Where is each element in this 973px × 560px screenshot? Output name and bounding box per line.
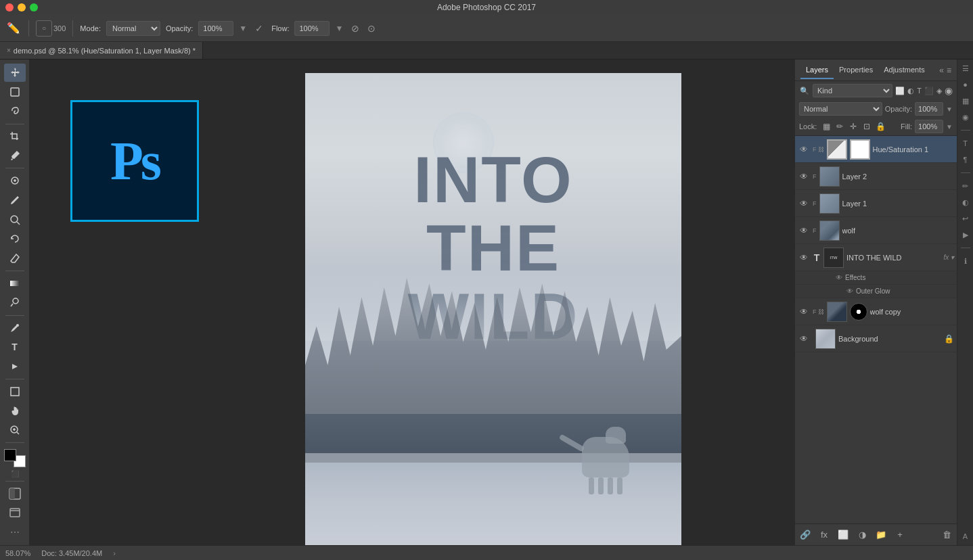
- clone-panel-icon[interactable]: ◐: [959, 196, 972, 208]
- layer-background[interactable]: 👁 Background 🔒: [795, 325, 957, 352]
- lock-transparent-icon[interactable]: ▦: [821, 121, 832, 132]
- move-tool[interactable]: [4, 64, 26, 82]
- history-icon[interactable]: ☰: [959, 62, 972, 74]
- brush-tool[interactable]: [4, 191, 26, 210]
- type-tool[interactable]: T: [4, 338, 26, 356]
- layer-visibility-bg[interactable]: 👁: [798, 333, 810, 345]
- close-button[interactable]: [5, 3, 14, 11]
- opacity-arrow[interactable]: ▼: [946, 106, 953, 113]
- layer-visibility-wolf[interactable]: 👁: [798, 225, 810, 237]
- mode-select[interactable]: Normal: [106, 21, 160, 36]
- panel-collapse-icon[interactable]: «: [939, 66, 944, 75]
- effects-eye-icon[interactable]: 👁: [836, 274, 842, 281]
- add-mask-btn[interactable]: ⬜: [836, 528, 851, 542]
- new-layer-btn[interactable]: +: [892, 528, 907, 542]
- type-panel-icon[interactable]: T: [959, 137, 972, 149]
- dodge-tool[interactable]: [4, 294, 26, 312]
- filter-smart-icon[interactable]: ◈: [936, 87, 942, 95]
- filter-shape-icon[interactable]: ⬛: [924, 87, 934, 95]
- more-tools-icon[interactable]: ⋯: [4, 523, 26, 542]
- document-tab[interactable]: × demo.psd @ 58.1% (Hue/Saturation 1, La…: [0, 42, 203, 59]
- settings-icon[interactable]: ⊙: [367, 23, 376, 34]
- more-info-arrow[interactable]: ›: [113, 549, 116, 557]
- default-colors-icon[interactable]: ⬛: [11, 470, 19, 477]
- filter-type-icon[interactable]: T: [917, 87, 922, 95]
- path-selection-tool[interactable]: [4, 358, 26, 376]
- layer-layer2[interactable]: 👁 F Layer 2: [795, 163, 957, 190]
- lasso-tool[interactable]: [4, 102, 26, 120]
- swatches-icon[interactable]: ▦: [959, 95, 972, 107]
- lock-all-icon[interactable]: 🔒: [875, 121, 886, 132]
- clone-stamp-tool[interactable]: [4, 210, 26, 229]
- filter-pixel-icon[interactable]: ⬜: [895, 87, 905, 95]
- lock-artboards-icon[interactable]: ⊡: [861, 121, 872, 132]
- opacity-value[interactable]: 100%: [198, 21, 233, 36]
- tab-layers[interactable]: Layers: [800, 62, 834, 79]
- new-group-btn[interactable]: 📁: [874, 528, 888, 542]
- layer-visibility-hue[interactable]: 👁: [798, 143, 810, 156]
- outer-glow-eye-icon[interactable]: 👁: [846, 287, 853, 295]
- layer-wolf[interactable]: 👁 F wolf: [795, 217, 957, 244]
- layer-name-wolfcopy: wolf copy: [870, 308, 955, 316]
- history-panel-icon[interactable]: ↩: [959, 212, 972, 225]
- pen-tool[interactable]: [4, 319, 26, 337]
- actions-icon[interactable]: ▶: [959, 229, 972, 241]
- layer-visibility-itw[interactable]: 👁: [798, 252, 810, 264]
- color-icon[interactable]: ●: [959, 78, 972, 91]
- layer-itw[interactable]: 👁 T ITW INTO THE WILD fx ▾: [795, 244, 957, 271]
- smooth-icon[interactable]: ⊘: [351, 23, 359, 34]
- history-brush-tool[interactable]: [4, 230, 26, 248]
- paragraph-icon[interactable]: ¶: [959, 154, 972, 166]
- maximize-button[interactable]: [30, 3, 38, 11]
- layer-hue-saturation[interactable]: 👁 F ⛓ Hue/Saturation 1: [795, 136, 957, 163]
- brush-preview[interactable]: ○: [36, 20, 52, 37]
- hand-tool[interactable]: [4, 402, 26, 420]
- layer-visibility-layer2[interactable]: 👁: [798, 170, 810, 183]
- panel-menu-icon[interactable]: ≡: [947, 66, 951, 75]
- minimize-button[interactable]: [18, 3, 26, 11]
- screen-mode-icon[interactable]: [4, 504, 26, 522]
- add-style-btn[interactable]: fx: [817, 528, 832, 542]
- kind-filter-select[interactable]: Kind: [813, 84, 892, 97]
- airbrush-icon[interactable]: ✓: [255, 23, 263, 34]
- opacity-value[interactable]: 100%: [915, 102, 943, 116]
- layer-visibility-layer1[interactable]: 👁: [798, 197, 810, 210]
- flow-value[interactable]: 100%: [294, 21, 330, 36]
- quick-mask-icon[interactable]: [4, 485, 26, 503]
- layer-layer1[interactable]: 👁 F Layer 1: [795, 190, 957, 217]
- new-fill-adjustment-btn[interactable]: ◑: [855, 528, 869, 542]
- filter-toggle[interactable]: ◉: [945, 85, 953, 96]
- tab-adjustments[interactable]: Adjustments: [878, 62, 930, 79]
- layer-wolf-copy[interactable]: 👁 F ⛓ wolf copy: [795, 298, 957, 325]
- patterns-icon[interactable]: ◉: [959, 111, 972, 123]
- info-icon[interactable]: ℹ: [959, 255, 972, 267]
- crop-tool[interactable]: [4, 127, 26, 145]
- gradient-tool[interactable]: [4, 275, 26, 293]
- brush-panel-icon[interactable]: ✏: [959, 180, 972, 192]
- filter-adjustment-icon[interactable]: ◐: [907, 87, 914, 95]
- layers-list[interactable]: 👁 F ⛓ Hue/Saturation 1 👁 F Layer 2: [795, 136, 957, 523]
- fill-arrow[interactable]: ▼: [946, 123, 953, 131]
- delete-layer-btn[interactable]: 🗑: [939, 528, 954, 542]
- eyedropper-tool[interactable]: [4, 147, 26, 165]
- selection-tool[interactable]: [4, 83, 26, 101]
- link-layers-btn[interactable]: 🔗: [798, 528, 813, 542]
- opacity-toggle-icon[interactable]: ▼: [239, 24, 247, 33]
- document-canvas[interactable]: INTO THE WILD: [305, 73, 681, 545]
- foreground-color-swatch[interactable]: [4, 449, 16, 461]
- color-swatches[interactable]: [4, 449, 26, 467]
- blend-mode-select[interactable]: Normal: [799, 102, 882, 116]
- flow-toggle-icon[interactable]: ▼: [335, 24, 343, 33]
- type-bottom-icon[interactable]: A: [959, 530, 972, 542]
- healing-brush-tool[interactable]: [4, 172, 26, 190]
- canvas-area[interactable]: Ps INTO THE WILD: [30, 60, 794, 545]
- eraser-tool[interactable]: [4, 249, 26, 267]
- shape-tool[interactable]: [4, 383, 26, 401]
- lock-pixels-icon[interactable]: ✏: [834, 121, 845, 132]
- window-controls[interactable]: [5, 3, 38, 11]
- fill-value[interactable]: 100%: [915, 120, 943, 133]
- layer-visibility-wolfcopy[interactable]: 👁: [798, 306, 810, 318]
- zoom-tool[interactable]: [4, 421, 26, 440]
- lock-position-icon[interactable]: ✛: [848, 121, 859, 132]
- tab-properties[interactable]: Properties: [834, 62, 878, 79]
